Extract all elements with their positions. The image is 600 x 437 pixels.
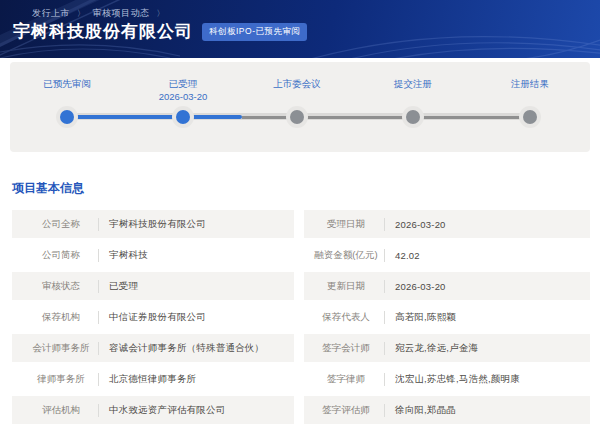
step-label-accepted: 已受理 2026-03-20 xyxy=(123,77,243,103)
field-value: 2026-03-20 xyxy=(395,219,446,230)
label-divider xyxy=(384,249,385,262)
field-value: 宇树科技 xyxy=(109,249,148,262)
field-value: 高若阳,陈熙颖 xyxy=(395,311,456,324)
label-divider xyxy=(98,342,99,355)
step-dot-committee-meeting xyxy=(286,106,308,128)
field-label: 签字会计师 xyxy=(312,342,380,355)
table-row: 公司简称 宇树科技 融资金额(亿元) 42.02 xyxy=(12,241,590,269)
field-value: 宇树科技股份有限公司 xyxy=(109,218,206,231)
label-divider xyxy=(98,373,99,386)
breadcrumb-item-project-updates[interactable]: 审核项目动态 xyxy=(93,8,150,18)
table-row: 审核状态 已受理 更新日期 2026-03-20 xyxy=(12,272,590,300)
step-dot-accepted xyxy=(172,106,194,128)
field-value: 中水致远资产评估有限公司 xyxy=(109,404,225,417)
step-date: 2026-03-20 xyxy=(123,90,243,103)
stepper-completed-line xyxy=(67,115,242,119)
label-divider xyxy=(98,311,99,324)
field-value: 宛云龙,徐远,卢金海 xyxy=(395,342,478,355)
label-divider xyxy=(98,249,99,262)
field-label: 保荐机构 xyxy=(28,311,94,324)
field-label: 签字律师 xyxy=(312,373,380,386)
label-divider xyxy=(384,218,385,231)
field-label: 更新日期 xyxy=(312,280,380,293)
field-label: 评估机构 xyxy=(28,404,94,417)
field-label: 保荐代表人 xyxy=(312,311,380,324)
label-divider xyxy=(384,311,385,324)
label-divider xyxy=(384,373,385,386)
field-label: 受理日期 xyxy=(312,218,380,231)
table-row: 公司全称 宇树科技股份有限公司 受理日期 2026-03-20 xyxy=(12,210,590,238)
field-label: 律师事务所 xyxy=(28,373,94,386)
field-value: 已受理 xyxy=(109,280,138,293)
review-progress-stepper: 已预先审阅 已受理 2026-03-20 上市委会议 提交注册 注册结果 xyxy=(10,62,590,152)
breadcrumb: 发行上市 〉 审核项目动态 〉 xyxy=(32,7,169,20)
table-row: 保荐机构 中信证券股份有限公司 保荐代表人 高若阳,陈熙颖 xyxy=(12,303,590,331)
field-label: 审核状态 xyxy=(28,280,94,293)
step-dot-registration-result xyxy=(519,106,541,128)
field-label: 融资金额(亿元) xyxy=(312,249,380,262)
table-row: 律师事务所 北京德恒律师事务所 签字律师 沈宏山,苏忠锋,马浩然,颜明康 xyxy=(12,365,590,393)
field-value: 北京德恒律师事务所 xyxy=(109,373,196,386)
breadcrumb-item-issuance[interactable]: 发行上市 xyxy=(32,8,70,18)
field-label: 公司简称 xyxy=(28,249,94,262)
field-value: 徐向阳,郑晶晶 xyxy=(395,404,456,417)
field-label: 公司全称 xyxy=(28,218,94,231)
step-dot-registration-submitted xyxy=(402,106,424,128)
breadcrumb-separator: 〉 xyxy=(77,9,86,18)
label-divider xyxy=(98,404,99,417)
project-basic-info-table: 公司全称 宇树科技股份有限公司 受理日期 2026-03-20 公司简称 宇树科… xyxy=(12,210,590,427)
step-dot-prereviewed xyxy=(56,106,78,128)
field-value: 容诚会计师事务所（特殊普通合伙） xyxy=(109,342,264,355)
step-label-registration-result: 注册结果 xyxy=(470,77,590,90)
status-badge: 科创板IPO-已预先审阅 xyxy=(202,23,307,41)
field-value: 42.02 xyxy=(395,250,420,261)
label-divider xyxy=(384,280,385,293)
step-label-registration-submitted: 提交注册 xyxy=(353,77,473,90)
field-label: 签字评估师 xyxy=(312,404,380,417)
label-divider xyxy=(98,218,99,231)
label-divider xyxy=(384,342,385,355)
section-title-basic-info: 项目基本信息 xyxy=(12,180,84,197)
field-value: 2026-03-20 xyxy=(395,281,446,292)
field-value: 中信证券股份有限公司 xyxy=(109,311,206,324)
step-label-prereviewed: 已预先审阅 xyxy=(7,77,127,90)
table-row: 评估机构 中水致远资产评估有限公司 签字评估师 徐向阳,郑晶晶 xyxy=(12,396,590,424)
breadcrumb-separator: 〉 xyxy=(157,9,166,18)
ipo-project-page: 发行上市 〉 审核项目动态 〉 宇树科技股份有限公司 科创板IPO-已预先审阅 … xyxy=(0,0,600,437)
label-divider xyxy=(384,404,385,417)
page-title: 宇树科技股份有限公司 xyxy=(13,20,193,43)
page-header: 发行上市 〉 审核项目动态 〉 宇树科技股份有限公司 科创板IPO-已预先审阅 xyxy=(0,0,600,58)
step-label-committee-meeting: 上市委会议 xyxy=(237,77,357,90)
field-label: 会计师事务所 xyxy=(28,342,94,355)
table-row: 会计师事务所 容诚会计师事务所（特殊普通合伙） 签字会计师 宛云龙,徐远,卢金海 xyxy=(12,334,590,362)
label-divider xyxy=(98,280,99,293)
field-value: 沈宏山,苏忠锋,马浩然,颜明康 xyxy=(395,373,520,386)
